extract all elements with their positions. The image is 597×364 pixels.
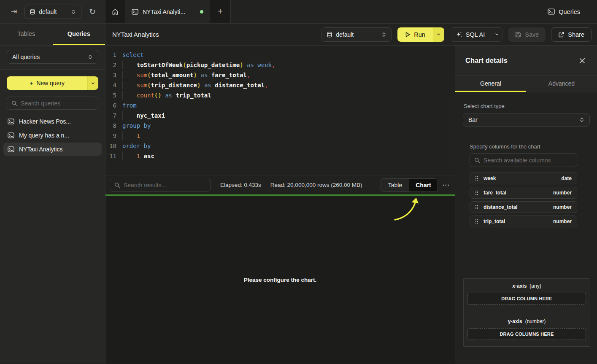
line-number: 11 [105, 151, 116, 161]
line-number: 5 [105, 90, 116, 100]
table-view-button[interactable]: Table [381, 179, 409, 191]
query-item-label: My query has a n... [19, 132, 69, 139]
close-panel-button[interactable] [578, 56, 587, 65]
chart-type-select[interactable]: Bar [463, 113, 590, 127]
results-search-box [110, 179, 211, 191]
new-query-button[interactable]: + New query [7, 76, 87, 90]
home-icon [112, 8, 119, 15]
results-toolbar: Elapsed: 0.433s Read: 20,000,000 rows (2… [105, 175, 455, 194]
results-search-input[interactable] [124, 182, 206, 189]
drag-handle-icon [475, 190, 478, 195]
top-bar-left: ⇥ default ↻ [0, 0, 105, 23]
run-split-button: Run [397, 27, 444, 42]
code-line: 4 sum(trip_distance) as distance_total, [105, 80, 455, 90]
query-item-label: Hacker News Pos... [19, 118, 71, 125]
column-type: date [561, 175, 572, 181]
x-axis-title: x-axis(any) [467, 283, 586, 289]
tab-advanced[interactable]: Advanced [526, 76, 597, 92]
query-list-item[interactable]: My query has a n... [3, 129, 102, 142]
chart-view-button[interactable]: Chart [409, 179, 438, 191]
queries-panel-button[interactable]: Queries [542, 0, 586, 23]
close-icon [579, 58, 585, 64]
new-query-caret-button[interactable] [87, 76, 98, 90]
chevron-updown-icon [381, 32, 386, 38]
main-row: 1 select 2 toStartOfWeek(pickup_datetime… [105, 46, 597, 364]
query-search-input[interactable] [21, 100, 94, 107]
topbar-database-value: default [39, 8, 67, 15]
code-line: 6 from [105, 100, 455, 111]
line-number: 2 [105, 60, 116, 70]
run-caret-button[interactable] [433, 27, 444, 42]
column-type: number [553, 204, 572, 210]
column-chip-distance-total[interactable]: distance_total number [470, 201, 577, 213]
editor-tab-nytaxi[interactable]: NYTaxi Analyti... [125, 0, 210, 23]
editor-tab-title: NYTaxi Analyti... [143, 8, 196, 15]
content: Tables Queries All queries + New query [0, 24, 597, 364]
query-header: NYTaxi Analytics default Run [105, 24, 597, 46]
header-database-value: default [336, 31, 378, 38]
sidebar-tab-queries[interactable]: Queries [53, 24, 105, 45]
y-axis-section: y-axis(number) DRAG COLUMNS HERE [464, 311, 590, 346]
panel-tabs: General Advanced [455, 76, 597, 92]
top-bar: ⇥ default ↻ NYTaxi Analyti... + Queries [0, 0, 597, 24]
columns-search-input[interactable] [484, 157, 573, 164]
collapse-sidebar-icon[interactable]: ⇥ [9, 6, 19, 17]
sql-ai-caret-button[interactable] [491, 28, 502, 41]
drag-handle-icon [475, 205, 478, 210]
column-chip-fare-total[interactable]: fare_total number [470, 187, 577, 199]
new-tab-button[interactable]: + [210, 0, 230, 23]
header-database-selector[interactable]: default [321, 27, 392, 42]
code-line: 5 count() as trip_total [105, 90, 455, 100]
panel-body: Select chart type Bar Specify columns fo… [455, 92, 597, 364]
code-line: 11 1 asc [105, 151, 455, 161]
tab-general[interactable]: General [455, 76, 526, 92]
annotation-arrow [392, 197, 423, 222]
terminal-icon [8, 119, 14, 124]
x-axis-type: (any) [529, 283, 541, 289]
query-filter-section: All queries [0, 46, 105, 70]
query-list-item-selected[interactable]: NYTaxi Analytics [3, 143, 102, 156]
results-more-menu[interactable]: ⋯ [442, 181, 450, 189]
query-filter-select[interactable]: All queries [7, 50, 98, 64]
save-button[interactable]: Save [508, 27, 546, 42]
drag-handle-icon [475, 176, 478, 181]
refresh-icon[interactable]: ↻ [87, 6, 97, 17]
unsaved-changes-dot [200, 10, 203, 13]
new-query-label: New query [36, 80, 65, 86]
x-axis-name: x-axis [512, 283, 527, 289]
query-title: NYTaxi Analytics [112, 31, 159, 38]
sidebar-tab-tables[interactable]: Tables [0, 24, 53, 45]
sql-ai-split-button: SQL AI [450, 27, 503, 42]
tab-strip: NYTaxi Analyti... + [105, 0, 231, 23]
query-list-item[interactable]: Hacker News Pos... [3, 115, 102, 128]
header-controls: default Run SQL AI [321, 27, 592, 42]
panel-title: Chart details [465, 57, 578, 65]
sql-ai-button[interactable]: SQL AI [450, 28, 491, 41]
terminal-icon [132, 9, 138, 15]
home-button[interactable] [105, 0, 125, 23]
column-chip-week[interactable]: week date [470, 173, 577, 184]
share-icon [558, 32, 564, 38]
columns-section-label: Specify columns for the chart [470, 143, 577, 150]
line-number: 8 [105, 121, 116, 131]
x-axis-drop-zone[interactable]: DRAG COLUMN HERE [467, 293, 586, 305]
search-icon [474, 157, 480, 163]
y-axis-drop-zone[interactable]: DRAG COLUMNS HERE [467, 328, 586, 340]
code-line: 10 order by [105, 141, 455, 151]
line-number: 4 [105, 80, 116, 90]
code-line: 8 group by [105, 121, 455, 131]
sidebar-tabs: Tables Queries [0, 24, 105, 46]
run-label: Run [414, 31, 425, 38]
share-button[interactable]: Share [551, 27, 592, 42]
columns-search-box [470, 153, 577, 167]
chevron-updown-icon [88, 54, 93, 60]
column-chip-trip-total[interactable]: trip_total number [470, 216, 577, 227]
right-column: NYTaxi Analytics default Run [105, 24, 597, 364]
sql-editor[interactable]: 1 select 2 toStartOfWeek(pickup_datetime… [105, 46, 455, 175]
run-button[interactable]: Run [397, 27, 433, 42]
topbar-database-selector[interactable]: default [24, 5, 81, 19]
code-line: 7 nyc_taxi [105, 111, 455, 121]
line-number: 7 [105, 111, 116, 121]
terminal-icon [548, 8, 555, 15]
chart-details-panel: Chart details General Advanced Select ch… [455, 46, 597, 364]
